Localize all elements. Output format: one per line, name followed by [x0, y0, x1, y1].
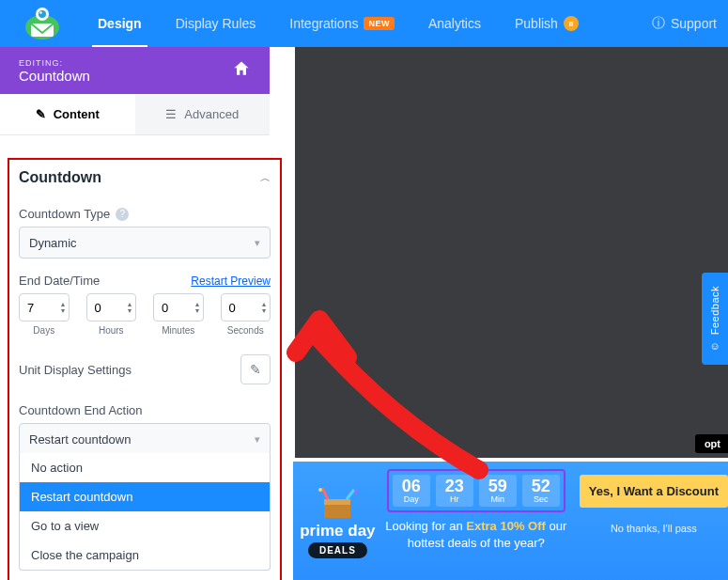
tab-integrations[interactable]: IntegrationsNEW — [272, 0, 411, 47]
preview-frame — [295, 47, 728, 458]
stepper-label: Minutes — [162, 325, 194, 336]
seconds-stepper[interactable]: 0▴▾ Seconds — [221, 293, 271, 336]
timer-hr: 23Hr — [436, 475, 473, 507]
panel-title: Countdown — [19, 169, 101, 186]
spinner-arrows-icon[interactable]: ▴▾ — [128, 301, 132, 314]
feedback-label: Feedback — [709, 286, 720, 335]
end-date-label: End Date/Time — [19, 274, 100, 288]
prime-day-text: prime day — [300, 522, 375, 541]
tab-label: Display Rules — [176, 16, 256, 31]
timer-label: Sec — [522, 494, 560, 504]
help-icon[interactable]: ? — [116, 208, 129, 221]
timer-value: 52 — [522, 478, 560, 494]
tab-label: Design — [98, 16, 142, 31]
select-value: Dynamic — [29, 236, 77, 250]
svg-point-8 — [354, 490, 358, 494]
feedback-tab[interactable]: Feedback ☺ — [702, 273, 728, 365]
editing-name: Countdown — [19, 68, 90, 84]
tab-label: Integrations — [289, 16, 358, 31]
deals-pill: DEALS — [308, 542, 367, 558]
option-close-campaign[interactable]: Close the campaign — [20, 541, 270, 570]
pencil-icon: ✎ — [36, 107, 46, 121]
pause-badge-icon: II — [564, 16, 579, 31]
spinner-arrows-icon[interactable]: ▴▾ — [61, 301, 65, 314]
restart-preview-link[interactable]: Restart Preview — [191, 274, 271, 288]
option-go-to-view[interactable]: Go to a view — [20, 511, 270, 541]
edit-unit-display-button[interactable]: ✎ — [240, 354, 271, 384]
tab-analytics[interactable]: Analytics — [411, 0, 498, 47]
countdown-panel: Countdown ︿ Countdown Type ? Dynamic ▾ E… — [8, 158, 282, 580]
stepper-value: 0 — [95, 301, 101, 315]
tab-display-rules[interactable]: Display Rules — [159, 0, 273, 47]
stepper-label: Seconds — [227, 325, 264, 336]
spinner-arrows-icon[interactable]: ▴▾ — [195, 301, 199, 314]
stepper-label: Days — [33, 325, 54, 336]
tab-label: Analytics — [428, 16, 481, 31]
svg-point-3 — [39, 10, 46, 18]
unit-display-label: Unit Display Settings — [19, 363, 132, 377]
cta-button[interactable]: Yes, I Want a Discount — [580, 475, 728, 508]
svg-point-4 — [39, 11, 42, 14]
editing-label: EDITING: — [19, 58, 90, 68]
timer-value: 59 — [479, 478, 517, 494]
left-column: EDITING: Countdown ✎ Content ☰ Advanced — [0, 47, 270, 135]
svg-rect-6 — [324, 499, 350, 505]
promo-bar: prime day DEALS 06Day 23Hr 59Min 52Sec L… — [293, 462, 728, 580]
timer-label: Day — [393, 494, 430, 504]
promo-highlight: Extra 10% Off — [466, 519, 546, 533]
nav-tabs: Design Display Rules IntegrationsNEW Ana… — [81, 0, 596, 47]
box-icon — [311, 484, 364, 522]
stepper-label: Hours — [99, 325, 124, 336]
option-restart-countdown[interactable]: Restart countdown — [20, 482, 270, 511]
tab-design[interactable]: Design — [81, 0, 159, 47]
sliders-icon: ☰ — [165, 107, 177, 121]
promo-line1: Looking for an — [385, 519, 466, 533]
countdown-timer: 06Day 23Hr 59Min 52Sec — [387, 469, 565, 512]
tab-publish[interactable]: PublishII — [498, 0, 596, 47]
chevron-down-icon: ▾ — [255, 237, 260, 249]
app-logo — [15, 1, 70, 46]
option-no-action[interactable]: No action — [20, 453, 270, 482]
end-action-dropdown: No action Restart countdown Go to a view… — [19, 453, 271, 571]
chevron-up-icon: ︿ — [260, 171, 271, 185]
date-steppers: 7▴▾ Days 0▴▾ Hours 0▴▾ Minutes 0▴▾ Secon… — [19, 293, 271, 336]
promo-center: 06Day 23Hr 59Min 52Sec Looking for an Ex… — [382, 469, 570, 551]
side-tabs: ✎ Content ☰ Advanced — [0, 94, 270, 135]
countdown-type-label: Countdown Type ? — [19, 207, 271, 221]
svg-point-7 — [318, 488, 322, 492]
minutes-stepper[interactable]: 0▴▾ Minutes — [153, 293, 204, 336]
no-thanks-link[interactable]: No thanks, I'll pass — [611, 523, 697, 534]
chevron-down-icon: ▾ — [255, 433, 260, 446]
end-action-select[interactable]: Restart countdown ▾ — [19, 423, 271, 455]
hours-stepper[interactable]: 0▴▾ Hours — [86, 293, 137, 336]
stepper-value: 0 — [229, 301, 236, 315]
select-value: Restart countdown — [29, 432, 131, 447]
days-stepper[interactable]: 7▴▾ Days — [19, 293, 70, 336]
new-badge: NEW — [364, 17, 395, 30]
timer-label: Hr — [436, 494, 473, 504]
sidetab-label: Content — [54, 107, 100, 121]
end-action-label: Countdown End Action — [19, 403, 271, 417]
promo-text: Looking for an Extra 10% Off our hottest… — [382, 518, 570, 551]
support-label: Support — [671, 16, 717, 31]
sidetab-content[interactable]: ✎ Content — [0, 94, 135, 134]
sidetab-advanced[interactable]: ☰ Advanced — [135, 94, 271, 134]
editing-header: EDITING: Countdown — [0, 47, 270, 94]
support-link[interactable]: ⓘ Support — [652, 15, 728, 32]
label-text: Countdown Type — [19, 207, 110, 221]
help-icon: ⓘ — [652, 15, 665, 32]
timer-value: 23 — [436, 478, 473, 494]
countdown-type-select[interactable]: Dynamic ▾ — [19, 227, 271, 259]
panel-header[interactable]: Countdown ︿ — [19, 169, 271, 194]
chat-icon: ☺ — [709, 340, 720, 352]
timer-label: Min — [479, 494, 517, 504]
promo-actions: Yes, I Want a Discount No thanks, I'll p… — [580, 469, 728, 534]
pencil-icon: ✎ — [250, 362, 261, 377]
opt-badge: opt — [695, 434, 728, 453]
top-nav: Design Display Rules IntegrationsNEW Ana… — [0, 0, 728, 47]
promo-brand: prime day DEALS — [293, 469, 382, 572]
spinner-arrows-icon[interactable]: ▴▾ — [262, 301, 266, 314]
tab-label: Publish — [515, 16, 558, 31]
timer-value: 06 — [393, 478, 430, 494]
home-icon[interactable] — [232, 59, 251, 82]
